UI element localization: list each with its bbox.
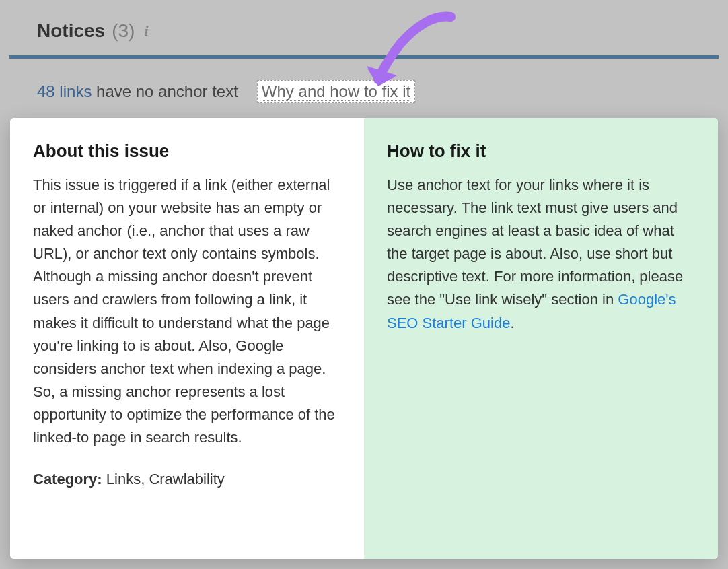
fixit-link[interactable]: Why and how to fix it [262,82,410,101]
fix-body: Use anchor text for your links where it … [387,174,695,335]
about-panel: About this issue This issue is triggered… [10,118,364,559]
fix-heading: How to fix it [387,141,695,162]
about-body: This issue is triggered if a link (eithe… [33,174,341,449]
about-heading: About this issue [33,141,341,162]
category-label: Category: [33,471,102,488]
fixit-link-wrapper[interactable]: Why and how to fix it [257,80,415,103]
category-row: Category: Links, Crawlability [33,471,341,488]
fix-body-suffix: . [510,314,514,331]
issue-details-popup: About this issue This issue is triggered… [10,118,718,559]
fix-panel: How to fix it Use anchor text for your l… [364,118,718,559]
fix-body-prefix: Use anchor text for your links where it … [387,176,683,308]
category-value: Links, Crawlability [102,471,225,488]
